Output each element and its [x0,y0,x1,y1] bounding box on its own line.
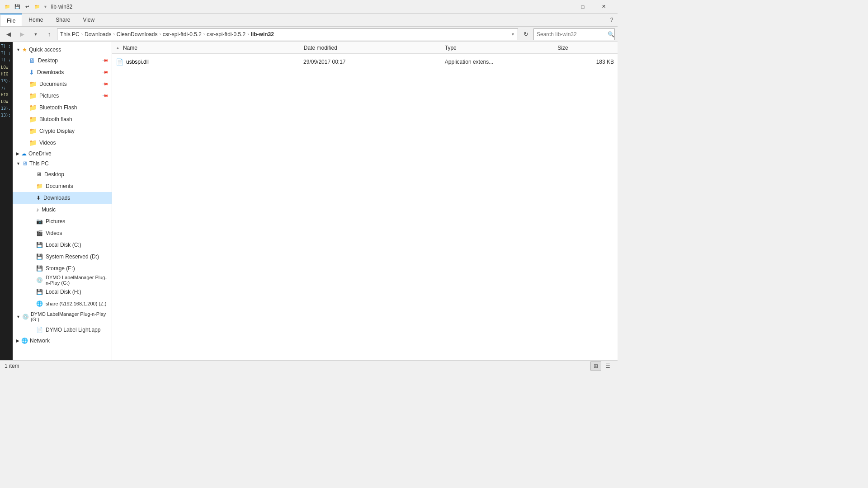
dymo-app-header[interactable]: ▼ 💿 DYMO LabelManager Plug-n-Play (G:) [13,310,112,324]
search-icon[interactable]: 🔍 [607,29,614,40]
pin-icon-desktop: 📌 [102,57,109,64]
sep4: › [203,32,205,37]
tab-share[interactable]: Share [49,14,76,26]
this-pc-videos-icon: 🎬 [36,230,43,236]
sidebar-item-this-pc-pictures[interactable]: 📷 Pictures [13,216,112,227]
breadcrumb-this-pc[interactable]: This PC [60,31,80,38]
breadcrumb-libwin32[interactable]: lib-win32 [251,31,274,38]
sep1: › [81,32,83,37]
list-view-button[interactable]: ☰ [602,361,613,371]
sidebar-item-system-reserved-d[interactable]: 💾 System Reserved (D:) [13,251,112,263]
back-button[interactable]: ◀ [3,28,14,40]
sidebar-item-blutooth-flash[interactable]: 📁 Blutooth flash [13,113,112,125]
sidebar-item-this-pc-videos[interactable]: 🎬 Videos [13,227,112,239]
sidebar-item-this-pc-downloads[interactable]: ⬇ Downloads [13,192,112,204]
network-header[interactable]: ▶ 🌐 Network [13,336,112,346]
local-disk-h-label: Local Disk (H:) [46,289,81,295]
this-pc-chevron: ▼ [16,161,20,166]
videos-icon: 📁 [29,139,37,146]
this-pc-icon: 🖥 [22,160,28,167]
help-button[interactable]: ? [606,14,618,26]
col-header-date[interactable]: Date modified [304,45,445,51]
sidebar-item-downloads[interactable]: ⬇ Downloads 📌 [13,66,112,78]
quick-access-star-icon: ★ [22,47,27,53]
sidebar-item-this-pc-desktop[interactable]: 🖥 Desktop [13,169,112,180]
forward-button[interactable]: ▶ [16,28,28,40]
breadcrumb-csr1[interactable]: csr-spi-ftdi-0.5.2 [163,31,202,38]
onedrive-header[interactable]: ▶ ☁ OneDrive [13,149,112,159]
recent-locations-button[interactable]: ▼ [30,28,42,40]
quick-access-header[interactable]: ▼ ★ Quick access [13,45,112,55]
this-pc-videos-label: Videos [46,230,62,236]
code-line-1: T) ; [1,43,12,49]
file-list: 📄 usbspi.dll 29/09/2017 00:17 Applicatio… [112,54,618,360]
code-line-13: 13). [1,105,12,112]
col-header-size[interactable]: Size [557,45,614,51]
details-view-button[interactable]: ⊞ [590,361,601,371]
sidebar-item-share-z[interactable]: 🌐 share (\\192.168.1.200) (Z:) [13,298,112,310]
sidebar-item-pictures[interactable]: 📁 Pictures 📌 [13,90,112,102]
this-pc-header[interactable]: ▼ 🖥 This PC [13,159,112,169]
sidebar-item-this-pc-music[interactable]: ♪ Music [13,204,112,216]
sidebar-item-label-crypto-display: Crypto Display [39,128,75,134]
title-bar-title: lib-win32 [51,4,552,10]
network-icon: 🌐 [21,338,28,344]
maximize-button[interactable]: □ [572,0,593,14]
sidebar-item-videos[interactable]: 📁 Videos [13,137,112,149]
quick-access-chevron: ▼ [16,47,20,52]
column-headers: ▲ Name Date modified Type Size [112,42,618,54]
col-size-label: Size [557,45,568,51]
this-pc-music-icon: ♪ [36,206,39,213]
tab-view[interactable]: View [76,14,101,26]
dymo-app-label: DYMO LabelManager Plug-n-Play (G:) [31,311,108,322]
minimize-button[interactable]: ─ [552,0,572,14]
this-pc-downloads-label: Downloads [43,195,70,201]
sidebar-item-bluetooth-flash[interactable]: 📁 Bluetooth Flash [13,102,112,113]
system-reserved-d-label: System Reserved (D:) [46,253,99,260]
sidebar-item-dymo-label-light[interactable]: 📄 DYMO Label Light.app [13,324,112,336]
file-name-cell: 📄 usbspi.dll [116,58,301,66]
tab-home[interactable]: Home [22,14,49,26]
up-button[interactable]: ↑ [43,28,55,40]
quick-access-label: Quick access [29,47,61,53]
close-button[interactable]: ✕ [593,0,614,14]
col-header-name[interactable]: ▲ Name [116,45,304,51]
sidebar-item-desktop[interactable]: 🖥 Desktop 📌 [13,55,112,66]
sidebar-item-crypto-display[interactable]: 📁 Crypto Display [13,125,112,137]
sidebar-item-documents[interactable]: 📁 Documents 📌 [13,78,112,90]
code-line-14: 13); [1,112,12,118]
this-pc-downloads-icon: ⬇ [36,195,41,201]
sidebar-item-storage-e[interactable]: 💾 Storage (E:) [13,263,112,274]
address-path[interactable]: This PC › Downloads › CleanDownloads › c… [57,28,518,40]
system-reserved-d-icon: 💾 [36,253,43,260]
search-input[interactable] [534,29,607,40]
code-line-6: LOw [1,64,12,70]
this-pc-pictures-label: Pictures [46,218,65,225]
sidebar-item-dymo-g[interactable]: 💿 DYMO LabelManager Plug-n-Play (G:) [13,274,112,286]
breadcrumb-dropdown[interactable]: ▼ [511,32,515,37]
table-row[interactable]: 📄 usbspi.dll 29/09/2017 00:17 Applicatio… [112,56,618,68]
breadcrumb-csr2[interactable]: csr-spi-ftdi-0.5.2 [207,31,245,38]
code-peek-strip: T) ; T) ; T) ; LOw HIG 13). ); HIG LOW 1… [0,42,13,360]
dymo-app-icon: 💿 [22,314,29,320]
dymo-g-label: DYMO LabelManager Plug-n-Play (G:) [46,275,108,286]
sidebar-item-local-disk-h[interactable]: 💾 Local Disk (H:) [13,286,112,298]
file-size-cell: 183 KB [558,59,614,65]
ribbon: File Home Share View ? [0,14,618,27]
refresh-button[interactable]: ↻ [520,28,532,40]
tab-file[interactable]: File [0,14,22,26]
sep5: › [247,32,249,37]
breadcrumb-cleandownloads[interactable]: CleanDownloads [117,31,158,38]
crypto-display-icon: 📁 [29,127,37,135]
col-header-type[interactable]: Type [445,45,558,51]
breadcrumb-downloads[interactable]: Downloads [85,31,111,38]
sidebar-item-label-pictures: Pictures [39,93,59,99]
blutooth-flash-icon: 📁 [29,116,37,123]
code-line-9: ); [1,84,12,91]
file-date-cell: 29/09/2017 00:17 [303,59,442,65]
sidebar: ▼ ★ Quick access 🖥 Desktop 📌 ⬇ Downloads… [13,42,112,360]
sidebar-item-local-disk-c[interactable]: 💾 Local Disk (C:) [13,239,112,251]
col-name-label: Name [123,45,137,51]
dymo-label-light-label: DYMO Label Light.app [46,327,100,333]
sidebar-item-this-pc-documents[interactable]: 📁 Documents [13,180,112,192]
